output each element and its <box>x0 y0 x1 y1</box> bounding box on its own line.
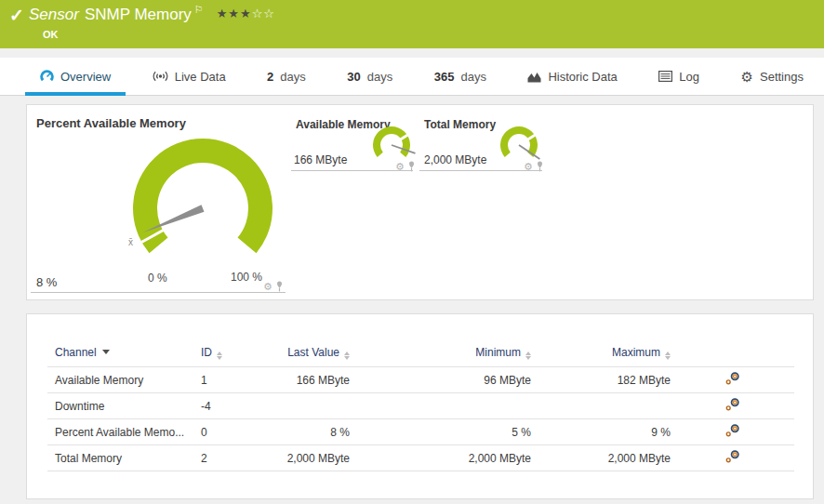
sort-icon <box>665 351 671 360</box>
channel-minimum: 96 MByte <box>350 367 531 393</box>
tab-overview[interactable]: Overview <box>25 58 126 95</box>
mini-gauge-value-total-memory: 2,000 MByte <box>424 153 486 166</box>
table-row: Total Memory 2 2,000 MByte 2,000 MByte 2… <box>47 445 794 471</box>
status-badge: OK <box>43 29 59 40</box>
channel-maximum: 182 MByte <box>531 367 671 393</box>
channel-name: Total Memory <box>47 445 201 471</box>
tab-unit: days <box>367 70 392 84</box>
column-header-label: Minimum <box>475 346 521 359</box>
gauge-divider <box>31 292 286 293</box>
mini-gauge-title-total-memory: Total Memory <box>424 118 496 131</box>
table-row: Percent Available Memo... 0 8 % 5 % 9 % <box>47 419 794 445</box>
channels-panel: Channel ID Last Value Minimum Maximum Av… <box>26 313 814 499</box>
channel-last-value <box>264 393 350 419</box>
channel-name: Available Memory <box>47 367 201 393</box>
gauge-pin-icon[interactable] <box>275 281 284 292</box>
channel-id: 1 <box>201 367 264 393</box>
mini-gauge-value-available-memory: 166 MByte <box>294 153 347 166</box>
tab-bar: Overview Live Data 2 days 30 days 365 da… <box>0 58 824 96</box>
gauges-panel: Percent Available Memory x̄ 0 % 100 % 8 … <box>26 104 814 300</box>
column-header-minimum[interactable]: Minimum <box>350 338 531 367</box>
column-header-label: Last Value <box>287 346 339 359</box>
channel-table: Channel ID Last Value Minimum Maximum Av… <box>47 338 794 471</box>
tab-number: 30 <box>347 70 360 84</box>
column-header-label: Maximum <box>612 346 660 359</box>
channel-id: 2 <box>201 445 264 471</box>
channel-maximum: 2,000 MByte <box>531 445 671 471</box>
table-row: Downtime -4 <box>47 393 794 419</box>
edit-channel-icon[interactable] <box>725 398 740 411</box>
column-header-actions <box>671 338 794 367</box>
sort-icon <box>525 351 531 360</box>
gauge-scale-max: 100 % <box>231 271 262 284</box>
column-header-channel[interactable]: Channel <box>47 338 201 367</box>
tab-30-days[interactable]: 30 days <box>332 58 407 95</box>
sensor-status-banner: ✓ SensorSNMP Memory⚐★★★☆☆ OK <box>0 0 824 48</box>
settings-gear-icon: ⚙ <box>741 70 753 84</box>
ok-check-icon: ✓ <box>9 5 24 26</box>
channel-maximum: 9 % <box>531 419 671 445</box>
main-gauge-title: Percent Available Memory <box>36 116 186 130</box>
tab-settings[interactable]: ⚙ Settings <box>726 58 818 95</box>
channel-minimum: 5 % <box>350 419 531 445</box>
column-header-label: Channel <box>55 346 97 359</box>
tab-number: 2 <box>267 70 273 84</box>
column-header-label: ID <box>201 346 212 359</box>
tab-label: Settings <box>760 70 804 84</box>
flag-icon[interactable]: ⚐ <box>194 4 204 15</box>
channel-id: -4 <box>201 393 264 419</box>
tab-live-data[interactable]: Live Data <box>138 58 241 95</box>
channel-name: Downtime <box>47 393 201 419</box>
tab-label: Live Data <box>175 70 226 84</box>
edit-channel-icon[interactable] <box>725 424 740 437</box>
tab-historic-data[interactable]: Historic Data <box>512 58 631 95</box>
edit-channel-icon[interactable] <box>725 450 740 463</box>
column-header-id[interactable]: ID <box>201 338 264 367</box>
main-gauge-actions: ⚙ <box>263 281 284 292</box>
sort-icon <box>344 351 350 360</box>
channel-id: 0 <box>201 419 264 445</box>
column-header-last-value[interactable]: Last Value <box>264 338 350 367</box>
sort-icon <box>217 351 222 360</box>
gauge-scale-min: 0 % <box>148 272 167 285</box>
star-empty[interactable]: ☆☆ <box>252 7 275 20</box>
sort-desc-icon <box>102 350 110 354</box>
tab-label: Overview <box>60 70 111 84</box>
historic-data-icon <box>527 71 541 83</box>
edit-channel-icon[interactable] <box>725 372 740 385</box>
tab-label: Log <box>679 70 699 84</box>
log-icon <box>658 71 672 82</box>
tab-number: 365 <box>434 70 455 84</box>
priority-stars[interactable]: ★★★☆☆ <box>217 7 275 20</box>
page-title: SNMP Memory <box>85 6 192 23</box>
main-gauge-value: 8 % <box>36 275 57 289</box>
channel-maximum <box>531 393 671 419</box>
tab-365-days[interactable]: 365 days <box>419 58 501 95</box>
channel-last-value: 2,000 MByte <box>264 445 350 471</box>
sensor-title-line: SensorSNMP Memory⚐★★★☆☆ <box>29 4 275 24</box>
gauge-divider <box>419 170 542 171</box>
percent-available-memory-gauge: x̄ <box>126 132 279 285</box>
tab-label: Historic Data <box>548 70 617 84</box>
table-header-row: Channel ID Last Value Minimum Maximum <box>47 338 794 367</box>
gauge-icon <box>40 70 54 84</box>
tab-unit: days <box>280 70 305 84</box>
tab-unit: days <box>460 70 485 84</box>
gauge-settings-icon[interactable]: ⚙ <box>263 282 272 292</box>
table-row: Available Memory 1 166 MByte 96 MByte 18… <box>47 367 794 393</box>
channel-last-value: 8 % <box>264 419 350 445</box>
channel-minimum: 2,000 MByte <box>350 445 531 471</box>
star-filled[interactable]: ★★★ <box>217 7 252 20</box>
channel-last-value: 166 MByte <box>264 367 350 393</box>
gauge-divider <box>291 170 413 171</box>
tab-log[interactable]: Log <box>644 58 714 95</box>
object-kind-label: Sensor <box>29 6 79 23</box>
column-header-maximum[interactable]: Maximum <box>531 338 671 367</box>
tab-2-days[interactable]: 2 days <box>252 58 321 95</box>
channel-name: Percent Available Memo... <box>47 419 201 445</box>
live-data-icon <box>153 70 168 83</box>
channel-minimum <box>350 393 531 419</box>
mean-marker-label: x̄ <box>128 237 133 247</box>
